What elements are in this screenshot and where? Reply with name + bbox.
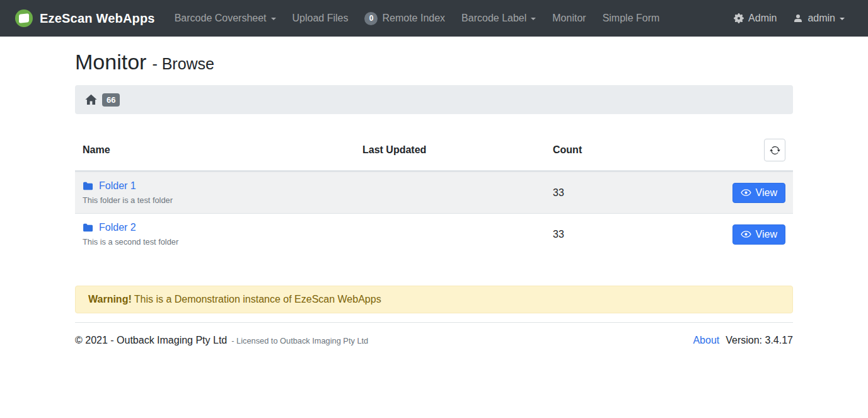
table-row: Folder 2 This is a second test folder 33…	[75, 213, 793, 255]
remote-index-count-badge: 0	[364, 12, 378, 25]
page-subtitle: - Browse	[152, 55, 214, 73]
nav-item-barcode-label[interactable]: Barcode Label	[453, 0, 544, 37]
folder-description: This is a second test folder	[83, 237, 347, 247]
warning-alert: Warning!This is a Demonstration instance…	[75, 286, 793, 313]
admin-link[interactable]: Admin	[726, 13, 785, 24]
folder-icon	[83, 223, 93, 233]
nav-item-monitor[interactable]: Monitor	[544, 0, 594, 37]
eye-icon	[741, 229, 751, 240]
view-button[interactable]: View	[732, 224, 785, 245]
count-cell: 33	[545, 180, 690, 206]
nav-item-label: Monitor	[552, 13, 586, 24]
breadcrumb-count-badge: 66	[102, 93, 120, 107]
actions-cell: View	[725, 178, 793, 208]
breadcrumb: 66	[75, 85, 793, 114]
nav-links: Barcode Coversheet Upload Files 0 Remote…	[166, 0, 668, 37]
about-link[interactable]: About	[693, 335, 719, 346]
top-navbar: EzeScan WebApps Barcode Coversheet Uploa…	[0, 0, 868, 37]
footer-right: About Version: 3.4.17	[693, 335, 793, 346]
nav-item-label: Simple Form	[603, 13, 660, 24]
warning-alert-strong: Warning!	[88, 294, 132, 305]
footer: © 2021 - Outback Imaging Pty Ltd - Licen…	[75, 335, 793, 346]
column-header-name: Name	[75, 136, 355, 165]
ezescan-logo-icon	[15, 9, 33, 27]
folder-icon	[83, 181, 93, 192]
nav-item-upload-files[interactable]: Upload Files	[284, 0, 357, 37]
name-cell: Folder 1 This folder is a test folder	[75, 173, 355, 212]
table-header-actions	[756, 130, 793, 170]
copyright-text: © 2021 - Outback Imaging Pty Ltd	[75, 335, 227, 346]
breadcrumb-home-link[interactable]	[85, 94, 97, 105]
nav-item-label: Upload Files	[292, 13, 349, 24]
last-updated-cell	[355, 185, 545, 200]
nav-item-barcode-coversheet[interactable]: Barcode Coversheet	[166, 0, 284, 37]
eye-icon	[741, 187, 751, 198]
chevron-down-icon	[840, 18, 845, 20]
folder-link[interactable]: Folder 1	[99, 180, 136, 192]
footer-divider	[75, 322, 793, 323]
table-row: Folder 1 This folder is a test folder 33…	[75, 171, 793, 213]
nav-item-label: Remote Index	[382, 13, 445, 24]
refresh-icon	[770, 145, 780, 156]
license-text: - Licensed to Outback Imaging Pty Ltd	[231, 336, 368, 345]
column-header-count: Count	[545, 136, 690, 165]
main-container: Monitor - Browse 66 Name Last Updated Co…	[75, 50, 793, 346]
last-updated-cell	[355, 227, 545, 242]
brand-title: EzeScan WebApps	[40, 11, 155, 26]
view-button-label: View	[756, 187, 777, 199]
warning-alert-text: This is a Demonstration instance of EzeS…	[134, 294, 381, 305]
table-header-row: Name Last Updated Count	[75, 130, 793, 171]
name-cell: Folder 2 This is a second test folder	[75, 214, 355, 254]
user-label: admin	[807, 13, 835, 24]
actions-cell: View	[725, 219, 793, 250]
home-icon	[85, 94, 97, 105]
page-title: Monitor	[75, 50, 146, 74]
page-head: Monitor - Browse	[75, 50, 793, 74]
refresh-button[interactable]	[764, 139, 785, 161]
chevron-down-icon	[531, 18, 536, 20]
gear-icon	[734, 13, 744, 23]
view-button-label: View	[756, 229, 777, 240]
count-cell: 33	[545, 221, 690, 248]
view-button[interactable]: View	[732, 183, 785, 203]
folders-table: Name Last Updated Count Folder 1	[75, 130, 793, 255]
nav-item-label: Barcode Label	[461, 13, 526, 24]
navbar-right: Admin admin	[726, 13, 853, 24]
chevron-down-icon	[271, 18, 276, 20]
nav-item-simple-form[interactable]: Simple Form	[594, 0, 668, 37]
version-text: Version: 3.4.17	[726, 335, 793, 346]
folder-description: This folder is a test folder	[83, 195, 347, 205]
person-icon	[793, 13, 803, 23]
nav-item-remote-index[interactable]: 0 Remote Index	[356, 0, 453, 37]
brand-link[interactable]: EzeScan WebApps	[15, 9, 155, 27]
admin-label: Admin	[748, 13, 777, 24]
nav-item-label: Barcode Coversheet	[175, 13, 267, 24]
user-menu[interactable]: admin	[785, 13, 853, 24]
folder-link[interactable]: Folder 2	[99, 222, 136, 233]
column-header-last-updated: Last Updated	[355, 136, 545, 165]
